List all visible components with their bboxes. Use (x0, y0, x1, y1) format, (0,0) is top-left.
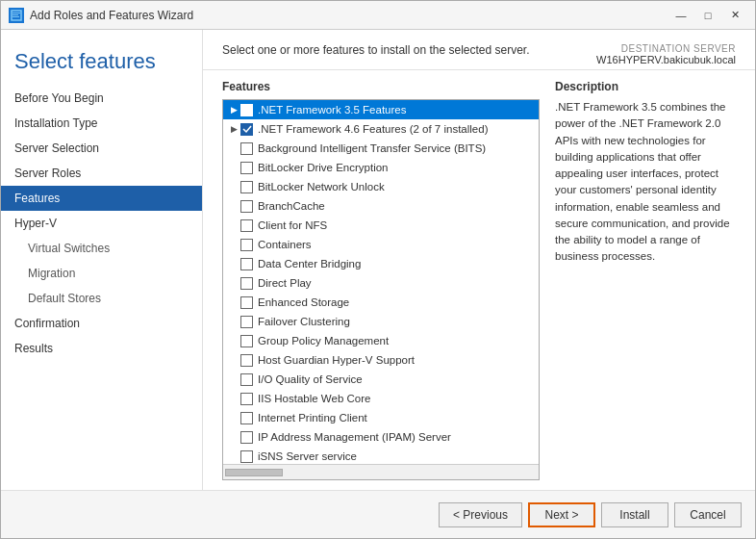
feature-label: I/O Quality of Service (258, 373, 535, 385)
feature-checkbox[interactable] (240, 373, 253, 386)
svg-rect-3 (13, 16, 19, 17)
expand-icon (227, 449, 240, 463)
expand-icon: ▶ (227, 103, 240, 116)
window-title: Add Roles and Features Wizard (30, 9, 193, 22)
feature-checkbox[interactable] (240, 412, 253, 424)
feature-label: .NET Framework 3.5 Features (258, 104, 535, 116)
sidebar-item-confirmation[interactable]: Confirmation (1, 311, 202, 336)
wizard-window: Add Roles and Features Wizard — □ ✕ Sele… (0, 0, 756, 539)
feature-item-net35[interactable]: ▶.NET Framework 3.5 Features (223, 100, 539, 119)
feature-label: Host Guardian Hyper-V Support (258, 354, 535, 366)
feature-checkbox[interactable] (240, 316, 253, 328)
previous-button[interactable]: < Previous (439, 502, 522, 527)
feature-checkbox[interactable] (240, 104, 253, 116)
feature-checkbox[interactable] (240, 181, 253, 193)
expand-icon (227, 372, 240, 386)
expand-icon (227, 334, 240, 347)
titlebar-controls: — □ ✕ (668, 6, 747, 25)
feature-label: Failover Clustering (258, 316, 535, 327)
horizontal-scrollbar[interactable] (223, 464, 539, 479)
destination-label: DESTINATION SERVER (596, 43, 736, 54)
expand-icon (227, 161, 240, 174)
sidebar-item-server-selection[interactable]: Server Selection (1, 136, 202, 161)
feature-checkbox[interactable] (240, 142, 253, 155)
features-list[interactable]: ▶.NET Framework 3.5 Features▶.NET Framew… (223, 100, 539, 464)
feature-item-ip-address-mgmt[interactable]: IP Address Management (IPAM) Server (223, 427, 539, 447)
description-panel: Description .NET Framework 3.5 combines … (555, 80, 736, 480)
sidebar-item-results: Results (1, 336, 202, 361)
feature-item-direct-play[interactable]: Direct Play (223, 273, 539, 293)
feature-item-client-nfs[interactable]: Client for NFS (223, 216, 539, 235)
sidebar-item-virtual-switches[interactable]: Virtual Switches (1, 236, 202, 261)
feature-item-io-quality[interactable]: I/O Quality of Service (223, 370, 539, 389)
expand-icon (227, 430, 240, 444)
minimize-button[interactable]: — (668, 6, 693, 25)
feature-checkbox[interactable] (240, 296, 253, 309)
feature-label: Client for NFS (258, 219, 535, 231)
install-button[interactable]: Install (601, 502, 668, 527)
close-button[interactable]: ✕ (722, 6, 747, 25)
feature-checkbox[interactable] (240, 123, 253, 136)
feature-label: Internet Printing Client (258, 412, 535, 424)
feature-label: BitLocker Network Unlock (258, 181, 535, 192)
feature-item-internet-printing[interactable]: Internet Printing Client (223, 408, 539, 427)
feature-checkbox[interactable] (240, 239, 253, 251)
feature-label: .NET Framework 4.6 Features (2 of 7 inst… (258, 123, 535, 135)
feature-item-bitlocker-network[interactable]: BitLocker Network Unlock (223, 177, 539, 196)
feature-checkbox[interactable] (240, 162, 253, 174)
sidebar-item-hyper-v[interactable]: Hyper-V (1, 211, 202, 236)
expand-icon (227, 276, 240, 290)
server-info: DESTINATION SERVER W16HYPERV.bakicubuk.l… (596, 43, 736, 65)
feature-checkbox[interactable] (240, 219, 253, 232)
sidebar-item-server-roles[interactable]: Server Roles (1, 161, 202, 186)
features-list-container: ▶.NET Framework 3.5 Features▶.NET Framew… (222, 99, 540, 480)
main-panel: Select one or more features to install o… (203, 30, 755, 490)
feature-checkbox[interactable] (240, 431, 253, 444)
feature-label: BranchCache (258, 200, 535, 212)
cancel-button[interactable]: Cancel (674, 502, 742, 527)
feature-item-group-policy[interactable]: Group Policy Management (223, 331, 539, 350)
sidebar-item-default-stores[interactable]: Default Stores (1, 286, 202, 311)
feature-item-failover-clustering[interactable]: Failover Clustering (223, 312, 539, 331)
feature-item-datacenter-bridging[interactable]: Data Center Bridging (223, 254, 539, 273)
feature-checkbox[interactable] (240, 277, 253, 290)
feature-item-enhanced-storage[interactable]: Enhanced Storage (223, 293, 539, 312)
feature-checkbox[interactable] (240, 258, 253, 270)
maximize-button[interactable]: □ (695, 6, 720, 25)
feature-item-bitlocker-drive[interactable]: BitLocker Drive Encryption (223, 158, 539, 177)
feature-checkbox[interactable] (240, 335, 253, 347)
app-icon (9, 8, 24, 23)
content-area: Select features Before You BeginInstalla… (1, 30, 755, 490)
feature-item-branchcache[interactable]: BranchCache (223, 196, 539, 216)
feature-checkbox[interactable] (240, 354, 253, 367)
feature-checkbox[interactable] (240, 450, 253, 463)
feature-item-net46[interactable]: ▶.NET Framework 4.6 Features (2 of 7 ins… (223, 119, 539, 139)
hscroll-thumb (225, 469, 283, 476)
sidebar-item-features[interactable]: Features (1, 186, 202, 211)
svg-rect-1 (13, 13, 20, 13)
feature-label: IP Address Management (IPAM) Server (258, 431, 535, 443)
feature-item-iis-hostable[interactable]: IIS Hostable Web Core (223, 389, 539, 408)
feature-label: IIS Hostable Web Core (258, 393, 535, 404)
sidebar: Select features Before You BeginInstalla… (1, 30, 203, 490)
sidebar-item-migration[interactable]: Migration (1, 261, 202, 286)
feature-label: BitLocker Drive Encryption (258, 162, 535, 173)
feature-label: Background Intelligent Transfer Service … (258, 142, 535, 154)
instruction-text: Select one or more features to install o… (222, 43, 530, 57)
next-button[interactable]: Next > (528, 502, 595, 527)
sidebar-item-installation-type[interactable]: Installation Type (1, 111, 202, 136)
feature-item-isns[interactable]: iSNS Server service (223, 447, 539, 464)
main-body: Features ▶.NET Framework 3.5 Features▶.N… (203, 70, 755, 490)
feature-item-containers[interactable]: Containers (223, 235, 539, 254)
features-panel: Features ▶.NET Framework 3.5 Features▶.N… (222, 80, 540, 480)
feature-checkbox[interactable] (240, 200, 253, 213)
sidebar-item-before-you-begin[interactable]: Before You Begin (1, 86, 202, 111)
expand-icon (227, 238, 240, 251)
main-header: Select one or more features to install o… (203, 30, 755, 70)
feature-checkbox[interactable] (240, 393, 253, 405)
feature-item-bits[interactable]: Background Intelligent Transfer Service … (223, 139, 539, 158)
feature-item-host-guardian[interactable]: Host Guardian Hyper-V Support (223, 350, 539, 370)
expand-icon (227, 180, 240, 193)
description-text: .NET Framework 3.5 combines the power of… (555, 99, 736, 266)
expand-icon (227, 218, 240, 232)
